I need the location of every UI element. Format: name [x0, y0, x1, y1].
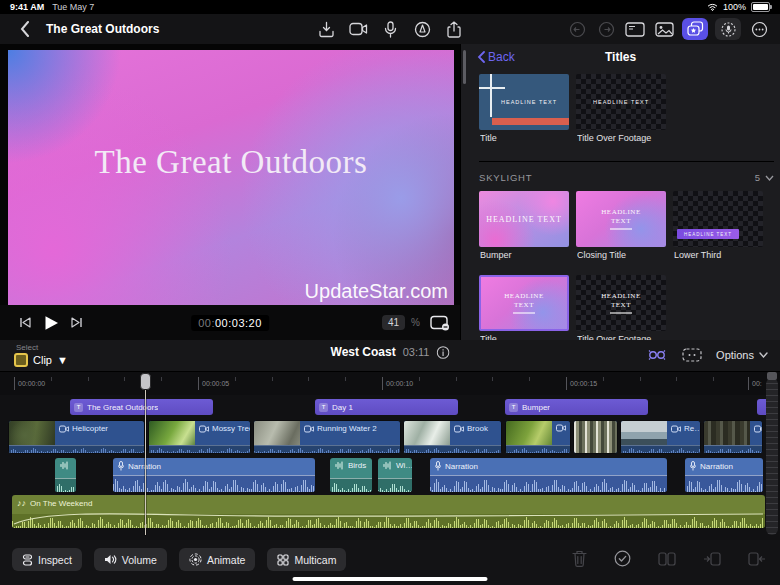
video-clip[interactable]: [573, 420, 618, 454]
video-clip[interactable]: Helicopter: [8, 420, 145, 454]
volume-label: Volume: [122, 554, 157, 566]
title-thumbnail[interactable]: HEADLINE TEXT: [576, 191, 666, 247]
options-button[interactable]: Options: [716, 349, 768, 361]
viewer: The Great Outdoors UpdateStar.com 00:00:…: [0, 44, 460, 340]
title-thumbnail[interactable]: HEADLINE TEXT: [673, 191, 763, 247]
video-clip-label: Running Water 2: [304, 424, 400, 433]
ruler-tick: [456, 377, 457, 381]
skip-start-icon[interactable]: [12, 317, 38, 328]
video-clip[interactable]: Running Water 2: [253, 420, 401, 454]
zoom-percent-unit: %: [411, 317, 420, 328]
voiceover-icon[interactable]: [715, 18, 741, 40]
insert-after-icon[interactable]: [748, 552, 766, 566]
section-header[interactable]: SKYLIGHT5: [479, 161, 774, 183]
title-clip[interactable]: TBumper: [505, 399, 648, 415]
title-clip[interactable]: TDay 1: [315, 399, 458, 415]
timeline-ruler[interactable]: 00:00:0000:00:0500:00:1000:00:1500:: [0, 371, 780, 396]
video-preview[interactable]: The Great Outdoors UpdateStar.com: [8, 50, 454, 305]
ruler-timestamp: 00:: [748, 377, 762, 390]
draw-icon[interactable]: [411, 18, 433, 40]
overview-icon[interactable]: [682, 348, 702, 362]
audio-clip[interactable]: Narration: [685, 458, 763, 492]
ruler-timestamp: 00:00:15: [566, 377, 597, 390]
video-clip[interactable]: Brook: [403, 420, 502, 454]
video-clip-label: Brook: [454, 424, 501, 433]
title-template-title-over-footage[interactable]: HEADLINE TEXTTitle Over Footage: [576, 275, 666, 340]
audio-clip-label: [60, 461, 69, 470]
trash-icon[interactable]: [572, 550, 587, 567]
camera-icon[interactable]: [347, 18, 369, 40]
watermark: UpdateStar.com: [305, 280, 448, 303]
clip-selector[interactable]: Clip ▼: [14, 353, 68, 367]
video-clip[interactable]: Mossy Tree: [148, 420, 251, 454]
title-thumbnail[interactable]: HEADLINE TEXT: [576, 275, 666, 331]
title-template-bumper[interactable]: HEADLINE TEXTBumper: [479, 191, 569, 268]
effects-icon[interactable]: [682, 18, 708, 40]
play-icon[interactable]: [38, 315, 64, 331]
title-template-title-over-footage[interactable]: HEADLINE TEXTTitle Over Footage: [576, 74, 666, 151]
bottom-toolbar: Inspect Volume Animate Multicam: [0, 540, 780, 585]
share-icon[interactable]: [443, 18, 465, 40]
timeline-zoom-scrollbar[interactable]: [766, 378, 778, 535]
playhead-handle[interactable]: [140, 373, 151, 390]
video-clip[interactable]: [505, 420, 571, 454]
section-name: SKYLIGHT: [479, 172, 532, 183]
insert-before-icon[interactable]: [703, 552, 721, 566]
playhead-line: [145, 390, 146, 535]
timecode-display: 00:00:03:20: [191, 315, 269, 331]
timeline-header: Select Clip ▼ West Coast 03:11 Options: [0, 340, 780, 371]
title-thumbnail[interactable]: HEADLINE TEXT: [576, 74, 666, 130]
aspect-icon[interactable]: [430, 315, 450, 331]
audio-clip-label: Narration: [690, 461, 733, 471]
title-clip-icon: T: [319, 403, 328, 412]
back-chevron-icon[interactable]: [14, 18, 36, 40]
app-toolbar: The Great Outdoors: [0, 14, 780, 44]
multicam-button[interactable]: Multicam: [267, 548, 346, 571]
undo-icon[interactable]: [566, 18, 588, 40]
redo-icon[interactable]: [595, 18, 617, 40]
title-template-title[interactable]: HEADLINE TEXTTitle: [479, 275, 569, 340]
chevron-down-icon: ▼: [57, 354, 68, 366]
more-icon[interactable]: [748, 18, 770, 40]
zoom-percent-field[interactable]: 41: [382, 315, 405, 330]
volume-button[interactable]: Volume: [94, 548, 167, 571]
multicam-label: Multicam: [294, 554, 336, 566]
audio-clip-label: Wi…: [383, 461, 412, 470]
home-indicator[interactable]: [293, 577, 488, 581]
audio-clip[interactable]: Narration: [113, 458, 315, 492]
media-icon[interactable]: [653, 18, 675, 40]
link-clips-icon[interactable]: [646, 348, 668, 362]
titles-browser-icon[interactable]: [624, 18, 646, 40]
animate-button[interactable]: Animate: [179, 548, 256, 571]
ruler-tick: [88, 377, 89, 381]
ruler-tick: [124, 377, 125, 381]
audio-clip[interactable]: Narration: [430, 458, 667, 492]
video-clip[interactable]: H: [703, 420, 763, 454]
video-clip[interactable]: Re…: [620, 420, 701, 454]
project-info[interactable]: West Coast 03:11: [331, 342, 450, 359]
ruler-timestamp: 00:00:05: [198, 377, 229, 390]
confirm-icon[interactable]: [614, 550, 631, 567]
title-clip[interactable]: TThe Great Outdoors: [70, 399, 213, 415]
title-template-closing-title[interactable]: HEADLINE TEXTClosing Title: [576, 191, 666, 268]
title-template-lower-third[interactable]: HEADLINE TEXTLower Third: [673, 191, 763, 268]
skip-end-icon[interactable]: [64, 317, 90, 328]
title-thumbnail[interactable]: HEADLINE TEXT: [479, 74, 569, 130]
title-thumbnail[interactable]: HEADLINE TEXT: [479, 191, 569, 247]
music-clip[interactable]: ♪♪On The Weekend: [12, 495, 765, 528]
ruler-tick: [235, 377, 236, 381]
audio-clip[interactable]: [55, 458, 76, 492]
title-thumbnail[interactable]: HEADLINE TEXT: [479, 275, 569, 331]
audio-clip[interactable]: Birds: [330, 458, 372, 492]
ruler-tick: [51, 377, 52, 381]
panel-header: Back Titles: [461, 44, 780, 70]
animate-label: Animate: [207, 554, 246, 566]
titles-panel: Back Titles HEADLINE TEXTTitleHEADLINE T…: [460, 44, 780, 340]
audio-clip[interactable]: Wi…: [378, 458, 412, 492]
mic-icon[interactable]: [379, 18, 401, 40]
title-template-title[interactable]: HEADLINE TEXTTitle: [479, 74, 569, 151]
inspect-button[interactable]: Inspect: [12, 548, 82, 571]
info-icon[interactable]: [436, 346, 449, 359]
import-icon[interactable]: [315, 18, 337, 40]
split-icon[interactable]: [658, 552, 676, 566]
